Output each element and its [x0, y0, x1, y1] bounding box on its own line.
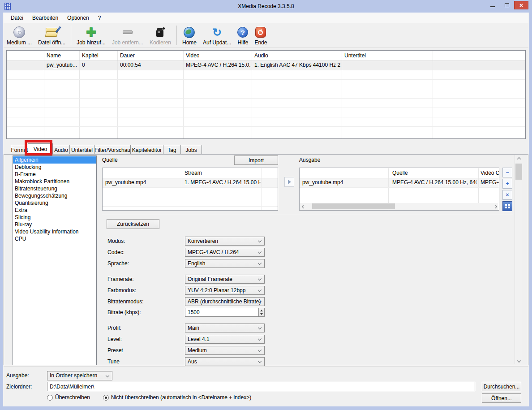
reset-button[interactable]: Zurücksetzen: [107, 219, 159, 229]
toolbar-separator: [176, 26, 177, 45]
exit-button[interactable]: Ende: [251, 24, 270, 47]
profil-select[interactable]: Main: [185, 324, 265, 332]
source-table[interactable]: Stream pw_youtube.mp4 1. MPEG-4 AVC / H.…: [102, 168, 278, 211]
tab-audio[interactable]: Audio: [52, 145, 70, 155]
sidebar-item-deblocking[interactable]: Deblocking: [13, 164, 96, 171]
sidebar-item-blu-ray[interactable]: Blu-ray: [13, 221, 96, 228]
sprache-select[interactable]: English: [185, 259, 265, 268]
output-column-quelle[interactable]: Quelle: [392, 168, 408, 178]
medium-button[interactable]: Medium ...: [4, 24, 35, 47]
output-column-video-codec[interactable]: Video Co: [481, 168, 499, 178]
column-header-audio[interactable]: Audio: [254, 51, 268, 60]
help-button[interactable]: ? Hilfe: [234, 24, 251, 47]
farbmodus-select[interactable]: YUV 4:2:0 Planar 12bpp: [185, 286, 265, 295]
scroll-up-arrow-icon[interactable]: [515, 155, 523, 163]
menu-optionen[interactable]: Optionen: [63, 13, 94, 23]
bitrate-input[interactable]: 1500: [185, 308, 258, 317]
delete-stream-button[interactable]: ×: [502, 190, 512, 200]
globe-icon: [184, 27, 195, 38]
bitrate-calculator-button[interactable]: [502, 201, 512, 211]
tab-untertitel[interactable]: Untertitel: [69, 145, 94, 155]
tab-kapiteleditor[interactable]: Kapiteleditor: [130, 145, 163, 155]
chevron-down-icon: [258, 277, 262, 281]
menu-datei[interactable]: Datei: [6, 13, 28, 23]
output-horizontal-scrollbar[interactable]: [300, 203, 498, 210]
sidebar-item-allgemein[interactable]: Allgemein: [13, 156, 96, 164]
source-column-stream[interactable]: Stream: [184, 168, 202, 178]
tune-select[interactable]: Aus: [185, 357, 265, 366]
scroll-right-arrow-icon[interactable]: [492, 203, 498, 210]
sidebar-item-extra[interactable]: Extra: [13, 207, 96, 214]
output-table[interactable]: Quelle Video Co pw_youtube.mp4 MPEG-4 AV…: [299, 168, 499, 211]
output-row-video[interactable]: MPEG-4: [481, 178, 499, 187]
output-settings-panel: Ausgabe: In Ordner speichern Zielordner:…: [4, 366, 528, 406]
source-row-file[interactable]: pw_youtube.mp4: [105, 178, 180, 187]
scrollbar-thumb[interactable]: [515, 164, 522, 180]
column-header-name[interactable]: Name: [47, 51, 61, 60]
sidebar-item-bewegungsschaetzung[interactable]: Bewegungsschätzung: [13, 192, 96, 199]
menu-hilfe-fragezeichen[interactable]: ?: [94, 13, 106, 23]
form-row-bitratenmodus: Bitratenmodus: ABR (durchschnittliche Bi…: [0, 297, 532, 306]
open-file-button[interactable]: Datei öffn...: [35, 24, 69, 47]
scroll-left-arrow-icon[interactable]: [300, 203, 307, 210]
tab-filter-vorschau[interactable]: Filter/Vorschau: [94, 145, 131, 155]
column-header-dauer[interactable]: Dauer: [120, 51, 135, 60]
spinner-down-icon[interactable]: [260, 313, 263, 315]
menu-bearbeiten[interactable]: Bearbeiten: [28, 13, 63, 23]
home-button[interactable]: Home: [179, 24, 200, 47]
maximize-button[interactable]: [500, 1, 514, 9]
source-row-stream[interactable]: 1. MPEG-4 AVC / H.264 15.00 H...: [184, 178, 261, 187]
radio-overwrite[interactable]: Überschreiben: [47, 394, 90, 401]
remove-stream-button[interactable]: −: [502, 168, 512, 177]
job-cell-dauer[interactable]: 00:00:54: [120, 60, 141, 70]
sidebar-item-slicing[interactable]: Slicing: [13, 214, 96, 221]
sidebar-item-b-frame[interactable]: B-Frame: [13, 171, 96, 178]
import-button[interactable]: Import: [234, 155, 278, 165]
close-button[interactable]: ×: [514, 1, 528, 9]
sidebar-item-video-usability[interactable]: Video Usability Information: [13, 228, 96, 235]
output-section-label: Ausgabe: [299, 157, 320, 163]
radio-no-overwrite[interactable]: Nicht überschreiben (automatisch in <Dat…: [103, 394, 251, 401]
job-cell-kapitel[interactable]: 0: [82, 60, 85, 70]
job-cell-audio[interactable]: 1. English AAC 47 Kbps 44100 Hz 2 ...: [254, 60, 341, 70]
level-select[interactable]: Level 4.1: [185, 335, 265, 344]
browse-button[interactable]: Durchsuchen...: [482, 382, 521, 391]
column-header-untertitel[interactable]: Untertitel: [344, 51, 366, 60]
job-list-table[interactable]: Name Kapitel Dauer Video Audio Untertite…: [6, 50, 526, 139]
column-header-kapitel[interactable]: Kapitel: [82, 51, 99, 60]
job-cell-name[interactable]: pw_youtub...: [47, 60, 79, 70]
tab-jobs[interactable]: Jobs: [180, 145, 202, 155]
codec-select[interactable]: MPEG-4 AVC / H.264: [185, 248, 265, 257]
panel-divider: [102, 214, 513, 214]
tab-format[interactable]: Format: [11, 145, 28, 155]
target-folder-input[interactable]: [47, 382, 475, 391]
output-row-file[interactable]: pw_youtube.mp4: [302, 178, 386, 187]
bitrate-spinner[interactable]: [258, 308, 265, 317]
select-value: ABR (durchschnittliche Bitrate): [188, 298, 261, 305]
framerate-select[interactable]: Original Framerate: [185, 275, 265, 284]
spinner-up-icon[interactable]: [260, 310, 263, 311]
minimize-button[interactable]: [485, 1, 500, 9]
transfer-arrow-button[interactable]: [284, 177, 294, 187]
sidebar-item-makroblock[interactable]: Makroblock Partitionen: [13, 178, 96, 185]
chevron-down-icon: [258, 261, 262, 265]
field-label: Modus:: [107, 238, 125, 244]
preset-select[interactable]: Medium: [185, 346, 265, 355]
chevron-down-icon: [258, 348, 262, 352]
form-row-farbmodus: Farbmodus: YUV 4:2:0 Planar 12bpp: [0, 286, 532, 295]
output-mode-select[interactable]: In Ordner speichern: [47, 371, 112, 380]
scrollbar-thumb[interactable]: [312, 203, 395, 209]
modus-select[interactable]: Konvertieren: [185, 237, 265, 246]
check-update-button[interactable]: ↻ Auf Updat...: [200, 24, 234, 47]
sidebar-item-bitratensteuerung[interactable]: Bitratensteuerung: [13, 185, 96, 192]
column-header-video[interactable]: Video: [186, 51, 199, 60]
sidebar-item-quantisierung[interactable]: Quantisierung: [13, 199, 96, 207]
job-cell-video[interactable]: MPEG-4 AVC / H.264 15.0...: [186, 60, 251, 70]
add-job-button[interactable]: ✚ Job hinzuf...: [73, 24, 109, 47]
tab-tag[interactable]: Tag: [163, 145, 181, 155]
bitratenmodus-select[interactable]: ABR (durchschnittliche Bitrate): [185, 297, 265, 306]
add-stream-button[interactable]: +: [502, 179, 512, 189]
output-row-quelle[interactable]: MPEG-4 AVC / H.264 15.00 Hz, 640 ...: [392, 178, 476, 187]
tab-video[interactable]: Video: [28, 143, 53, 155]
open-button[interactable]: Öffnen...: [482, 393, 521, 403]
